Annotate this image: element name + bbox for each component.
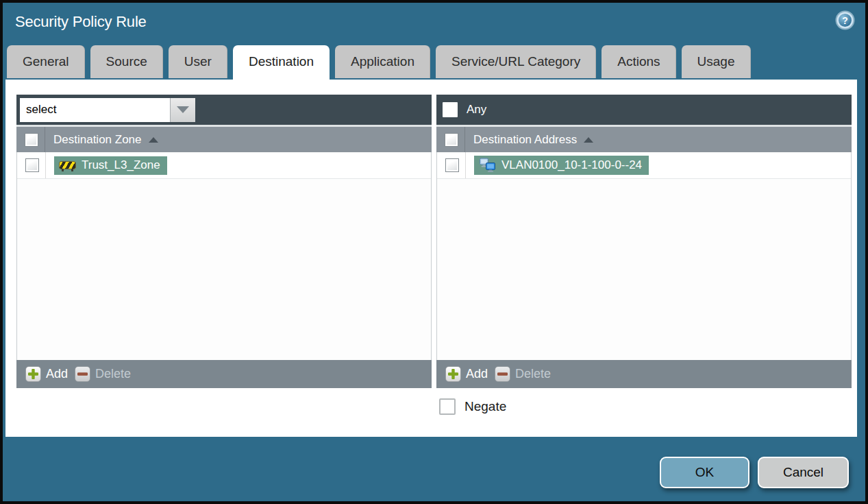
zone-barrier-icon — [59, 161, 76, 169]
zone-filter-dropdown-button[interactable] — [170, 98, 195, 122]
zone-item-trust-l3-zone[interactable]: Trust_L3_Zone — [54, 156, 167, 175]
tab-destination[interactable]: Destination — [233, 45, 330, 85]
zone-add-button[interactable]: Add — [25, 366, 68, 382]
address-add-label: Add — [466, 367, 488, 381]
tab-usage[interactable]: Usage — [682, 45, 751, 78]
help-icon[interactable]: ? — [835, 10, 855, 30]
dialog-title: Security Policy Rule — [15, 13, 147, 31]
security-policy-rule-dialog: Security Policy Rule ? General Source Us… — [0, 0, 868, 504]
tab-actions[interactable]: Actions — [602, 45, 675, 78]
divider — [45, 152, 46, 178]
tab-source[interactable]: Source — [90, 45, 163, 78]
address-delete-button[interactable]: Delete — [495, 366, 551, 382]
help-icon-graphic: ? — [835, 10, 855, 30]
zone-row-checkbox[interactable] — [25, 158, 39, 172]
any-label: Any — [467, 103, 486, 117]
zone-item-label: Trust_L3_Zone — [82, 158, 160, 172]
ok-button[interactable]: OK — [660, 457, 749, 488]
negate-label: Negate — [464, 399, 506, 414]
zone-delete-button[interactable]: Delete — [75, 366, 131, 382]
cancel-button[interactable]: Cancel — [758, 457, 849, 488]
svg-text:?: ? — [842, 15, 848, 26]
destination-tab-content: select Destination Zone — [5, 80, 857, 437]
address-row-checkbox[interactable] — [445, 158, 459, 172]
address-any-bar: Any — [436, 95, 852, 125]
minus-icon — [495, 366, 510, 382]
any-checkbox[interactable] — [443, 102, 458, 117]
minus-icon — [75, 366, 90, 382]
zone-toolbar: Add Delete — [16, 360, 432, 388]
zone-column-label: Destination Zone — [53, 133, 142, 147]
address-list: VLAN0100_10-1-100-0--24 — [436, 152, 852, 360]
address-delete-label: Delete — [515, 367, 551, 381]
zone-add-label: Add — [46, 367, 68, 381]
destination-address-panel: Any Destination Address — [436, 95, 852, 388]
plus-icon — [445, 366, 461, 382]
list-item[interactable]: VLAN0100_10-1-100-0--24 — [437, 152, 851, 179]
tab-general[interactable]: General — [7, 45, 85, 78]
chevron-down-icon — [177, 106, 189, 113]
address-item-label: VLAN0100_10-1-100-0--24 — [501, 158, 642, 172]
title-bar: Security Policy Rule ? — [3, 3, 865, 43]
destination-zone-panel: select Destination Zone — [16, 95, 432, 388]
divider — [45, 127, 45, 152]
tab-user[interactable]: User — [169, 45, 227, 78]
tab-application[interactable]: Application — [335, 45, 430, 78]
network-address-icon — [479, 158, 496, 172]
address-select-all-checkbox[interactable] — [445, 133, 458, 147]
zone-list: Trust_L3_Zone — [16, 152, 432, 360]
plus-icon — [25, 366, 41, 382]
list-item[interactable]: Trust_L3_Zone — [17, 152, 431, 179]
address-toolbar: Add Delete — [436, 360, 852, 388]
address-column-label: Destination Address — [473, 133, 577, 147]
address-item-vlan0100[interactable]: VLAN0100_10-1-100-0--24 — [474, 156, 649, 175]
divider — [465, 152, 466, 178]
zone-filter-input[interactable]: select — [20, 98, 170, 122]
address-column-header[interactable]: Destination Address — [436, 127, 852, 152]
negate-checkbox[interactable] — [439, 398, 456, 415]
sort-ascending-icon — [584, 137, 593, 143]
zone-column-header[interactable]: Destination Zone — [16, 127, 432, 152]
tab-service-url-category[interactable]: Service/URL Category — [436, 45, 596, 78]
sort-ascending-icon — [149, 137, 158, 143]
negate-control: Negate — [439, 398, 506, 415]
zone-select-all-checkbox[interactable] — [25, 133, 38, 147]
zone-delete-label: Delete — [95, 367, 131, 381]
address-add-button[interactable]: Add — [445, 366, 488, 382]
tab-bar: General Source User Destination Applicat… — [7, 45, 751, 80]
zone-filter-combo: select — [20, 98, 195, 122]
divider — [464, 127, 465, 152]
zone-filter-bar: select — [16, 95, 432, 125]
